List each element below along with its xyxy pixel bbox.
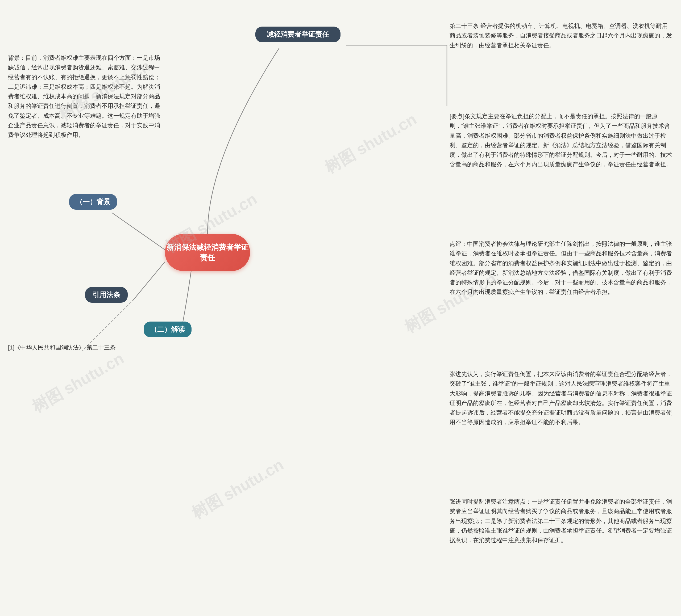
law-citation-block: [1]《中华人民共和国消防法》 第二十三条 [8,343,157,352]
key-points-text-block: [要点]条文规定主要在举证负担的分配上，而不是责任的承担。按照法律的一般原则，“… [450,112,673,169]
analysis1-text-block: 张进先认为，实行举证责任倒置，把本来应该由消费者的举证责任合理分配给经营者，突破… [450,369,673,427]
central-node: 新消保法减轻消费者举证 责任 [165,234,250,271]
interpretation-node: （二）解读 [144,322,192,337]
top-node: 减轻消费者举证责任 [255,27,340,42]
analysis2-text-block: 张进同时提醒消费者注意两点：一是举证责任倒置并非免除消费者的全部举证责任，消费者… [450,497,673,545]
watermark-5: 树图 shutu.cn [321,109,421,179]
article23-text-block: 第二十三条 经营者提供的机动车、计算机、电视机、电冕箱、空调器、洗衣机等耐用商品… [450,21,673,50]
background-text-block: 背景：目前，消费者维权难主要表现在四个方面：一是市场缺诚信，经常出现消费者购货退… [8,53,162,140]
background-node: （一）背景 [69,194,117,210]
watermark-4: 树图 shutu.cn [188,454,287,524]
commentary-text-block: 点评：中国消费者协会法律与理论研究部主任陈剑指出，按照法律的一般原则，谁主张谁举… [450,239,673,297]
watermark-3: 树图 shutu.cn [28,348,128,418]
law-ref-node: 引用法条 [85,287,128,303]
